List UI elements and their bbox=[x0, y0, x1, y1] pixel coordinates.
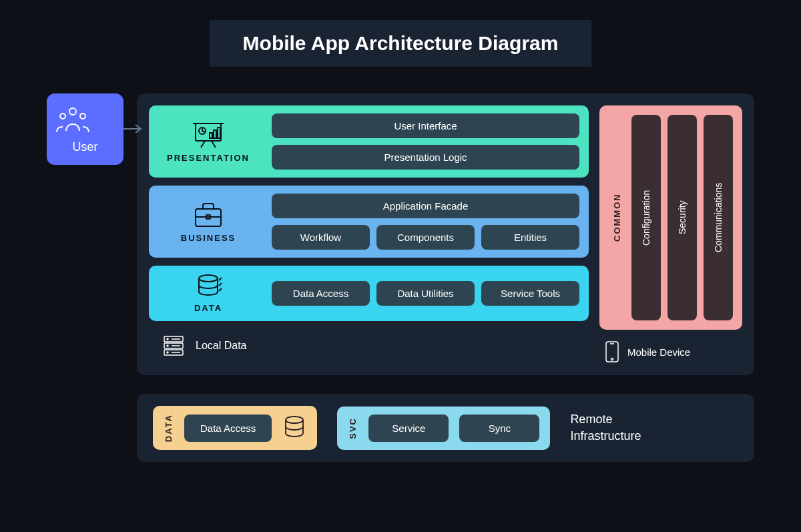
title-bar: Mobile App Architecture Diagram bbox=[210, 20, 592, 67]
entities-pill: Entities bbox=[481, 225, 579, 250]
presentation-layer: PRESENTATION User Interface Presentation… bbox=[149, 105, 589, 178]
main-row: User bbox=[47, 93, 754, 375]
service-pill: Service bbox=[368, 415, 449, 442]
presentation-label: PRESENTATION bbox=[158, 153, 258, 163]
device-footer: Mobile Device bbox=[599, 336, 742, 363]
sync-pill: Sync bbox=[459, 415, 539, 442]
server-icon bbox=[162, 334, 185, 357]
workflow-pill: Workflow bbox=[272, 225, 370, 250]
svg-point-22 bbox=[167, 338, 168, 340]
svg-point-0 bbox=[69, 108, 76, 115]
svg-point-15 bbox=[199, 275, 218, 282]
briefcase-icon bbox=[158, 201, 258, 229]
user-box: User bbox=[47, 93, 123, 165]
data-utilities-pill: Data Utilities bbox=[376, 281, 475, 306]
business-pills: Application Facade Workflow Components E… bbox=[272, 194, 579, 250]
svg-point-24 bbox=[167, 352, 168, 353]
users-icon bbox=[53, 105, 117, 135]
data-pill-row: Data Access Data Utilities Service Tools bbox=[272, 281, 579, 306]
local-data-label: Local Data bbox=[196, 340, 247, 352]
user-label: User bbox=[53, 140, 117, 154]
components-pill: Components bbox=[376, 225, 475, 250]
data-header: DATA bbox=[158, 274, 258, 313]
remote-data-panel: DATA Data Access bbox=[153, 406, 317, 450]
database-icon bbox=[158, 274, 258, 299]
remote-infrastructure-label: RemoteInfrastructure bbox=[570, 411, 641, 445]
common-label: COMMON bbox=[609, 115, 625, 320]
business-layer: BUSINESS Application Facade Workflow Com… bbox=[149, 186, 589, 258]
svg-line-18 bbox=[219, 288, 222, 291]
database-icon bbox=[282, 415, 306, 441]
remote-data-access-pill: Data Access bbox=[184, 415, 272, 442]
svg-rect-28 bbox=[606, 342, 618, 362]
svg-line-11 bbox=[212, 141, 216, 148]
layers-column: PRESENTATION User Interface Presentation… bbox=[149, 105, 589, 363]
svg-point-30 bbox=[611, 358, 613, 360]
device-column: COMMON Configuration Security Communicat… bbox=[599, 105, 742, 363]
local-data-footer: Local Data bbox=[149, 329, 589, 357]
data-access-pill: Data Access bbox=[272, 281, 370, 306]
svg-point-2 bbox=[80, 113, 85, 119]
configuration-bar: Configuration bbox=[631, 115, 661, 320]
arrow-icon bbox=[123, 123, 144, 134]
mobile-device-label: Mobile Device bbox=[627, 346, 690, 358]
presentation-pills: User Interface Presentation Logic bbox=[272, 113, 579, 170]
diagram-title: Mobile App Architecture Diagram bbox=[243, 32, 559, 55]
data-layer: DATA Data Access Data Utilities Service … bbox=[149, 266, 589, 321]
svg-rect-9 bbox=[218, 127, 220, 138]
application-facade-pill: Application Facade bbox=[272, 194, 579, 218]
presentation-icon bbox=[158, 121, 258, 149]
business-pill-row: Workflow Components Entities bbox=[272, 225, 579, 250]
business-header: BUSINESS bbox=[158, 201, 258, 243]
presentation-logic-pill: Presentation Logic bbox=[272, 145, 579, 170]
svg-point-23 bbox=[167, 345, 168, 346]
data-pills: Data Access Data Utilities Service Tools bbox=[272, 281, 579, 306]
svc-label: SVC bbox=[348, 417, 358, 439]
communications-bar: Communications bbox=[704, 115, 733, 320]
data-label: DATA bbox=[158, 303, 258, 313]
mobile-icon bbox=[605, 340, 619, 363]
svg-rect-8 bbox=[214, 130, 216, 138]
svg-line-10 bbox=[201, 141, 205, 148]
svg-line-17 bbox=[219, 283, 222, 286]
svg-rect-7 bbox=[210, 133, 212, 138]
user-interface-pill: User Interface bbox=[272, 113, 579, 138]
remote-infrastructure-block: DATA Data Access SVC Service Sync Remote… bbox=[137, 394, 754, 462]
svg-point-1 bbox=[60, 113, 65, 119]
remote-data-label: DATA bbox=[164, 414, 174, 442]
svg-line-16 bbox=[219, 278, 222, 280]
svg-point-31 bbox=[286, 417, 303, 423]
remote-svc-panel: SVC Service Sync bbox=[337, 407, 550, 450]
business-label: BUSINESS bbox=[158, 233, 258, 243]
presentation-header: PRESENTATION bbox=[158, 121, 258, 163]
service-tools-pill: Service Tools bbox=[481, 281, 579, 306]
security-bar: Security bbox=[668, 115, 697, 320]
mobile-device-block: PRESENTATION User Interface Presentation… bbox=[137, 93, 754, 375]
common-panel: COMMON Configuration Security Communicat… bbox=[599, 105, 742, 330]
